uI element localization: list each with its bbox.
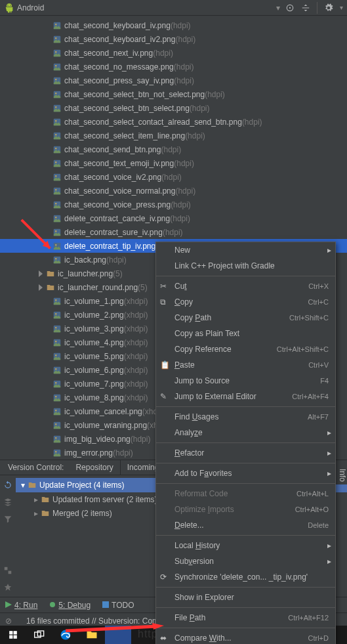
- file-suffix: (xhdpi): [124, 311, 148, 320]
- svg-point-63: [55, 451, 56, 452]
- menu-item[interactable]: ⧉CopyCtrl+C: [156, 294, 335, 310]
- file-name: ic_volume_6.png: [64, 366, 124, 375]
- file-suffix: (xhdpi): [124, 324, 148, 333]
- refresh-icon[interactable]: [3, 481, 12, 490]
- menu-item[interactable]: Show in Explorer: [156, 590, 335, 605]
- edge-button[interactable]: [52, 626, 79, 644]
- file-row[interactable]: chat_second_keyboard_iv2.png (hdpi): [0, 32, 347, 46]
- menu-shortcut: Ctrl+Alt+L: [296, 490, 329, 498]
- file-name: chat_second_keyboard_iv.png: [64, 21, 171, 30]
- collapse-icon[interactable]: [301, 3, 310, 12]
- menu-item[interactable]: New▸: [156, 242, 335, 258]
- svg-point-41: [55, 299, 56, 301]
- menu-item[interactable]: Add to Favorites▸: [156, 465, 335, 481]
- file-row[interactable]: chat_second_next_iv.png (hdpi): [0, 46, 347, 60]
- filter-icon[interactable]: [3, 515, 12, 524]
- file-row[interactable]: chat_second_keyboard_iv.png (hdpi): [0, 18, 347, 32]
- menu-item[interactable]: Copy PathCtrl+Shift+C: [156, 310, 335, 326]
- file-name: delete_contract_tip_iv.png: [64, 242, 155, 251]
- menu-shortcut: Ctrl+Alt+O: [295, 505, 329, 513]
- menu-item[interactable]: Subversion▸: [156, 553, 335, 569]
- menu-label: Copy as Plain Text: [174, 329, 329, 338]
- menu-label: Add to Favorites: [174, 469, 329, 478]
- file-name: ic_volume_1.png: [64, 297, 124, 306]
- menu-item[interactable]: Jump to SourceF4: [156, 373, 335, 389]
- file-row[interactable]: chat_second_voice_iv2.png (hdpi): [0, 170, 347, 184]
- app-button[interactable]: [105, 626, 131, 644]
- svg-point-55: [55, 396, 56, 397]
- file-name: chat_second_voice_normal.png: [64, 186, 175, 196]
- pin-icon[interactable]: [3, 583, 12, 592]
- file-row[interactable]: delete_contract_cancle_iv.png (hdpi): [0, 211, 347, 225]
- svg-point-0: [7, 5, 8, 5]
- svg-rect-69: [14, 631, 17, 634]
- menu-item[interactable]: Link C++ Project with Gradle: [156, 258, 335, 274]
- file-name: ic_launcher.png: [58, 269, 113, 278]
- run-tab[interactable]: 4: Run: [5, 601, 37, 610]
- svg-point-43: [55, 313, 56, 314]
- svg-point-57: [55, 410, 56, 411]
- file-suffix: (hdpi): [174, 62, 194, 72]
- menu-item[interactable]: ⬌Compare With...Ctrl+D: [156, 630, 335, 644]
- menu-label: Show in Explorer: [174, 593, 329, 602]
- file-row[interactable]: chat_second_text_emoji_iv.png (hdpi): [0, 156, 347, 170]
- file-name: ic_volume_2.png: [64, 311, 124, 320]
- menu-item[interactable]: ✂CutCtrl+X: [156, 278, 335, 294]
- menu-item[interactable]: ✎Jump to External EditorCtrl+Alt+F4: [156, 389, 335, 404]
- file-row[interactable]: chat_second_select_contact_alread_send_b…: [0, 115, 347, 129]
- menu-label: Cut: [174, 282, 308, 291]
- file-suffix: (hdpi): [175, 186, 195, 196]
- menu-item[interactable]: Copy as Plain Text: [156, 326, 335, 341]
- file-row[interactable]: chat_second_select_btn_not_select.png (h…: [0, 87, 347, 101]
- cut-icon: ✂: [160, 282, 169, 291]
- vc-tab-repository[interactable]: Repository: [69, 460, 120, 475]
- menu-item[interactable]: 📋PasteCtrl+V: [156, 357, 335, 373]
- menu-shortcut: Ctrl+V: [308, 361, 329, 369]
- menu-item[interactable]: Analyze▸: [156, 425, 335, 440]
- toolbar-title: Android: [17, 3, 276, 12]
- menu-item[interactable]: Copy ReferenceCtrl+Alt+Shift+C: [156, 341, 335, 357]
- taskview-button[interactable]: [26, 626, 52, 644]
- file-row[interactable]: chat_second_select_item_line.png (hdpi): [0, 129, 347, 142]
- file-name: delete_contract_cancle_iv.png: [64, 214, 170, 223]
- svg-point-5: [55, 24, 56, 25]
- file-suffix: (xhdpi): [124, 338, 148, 347]
- file-row[interactable]: chat_second_no_message.png (hdpi): [0, 60, 347, 74]
- target-icon[interactable]: [285, 3, 295, 12]
- menu-label: New: [174, 246, 329, 255]
- file-row[interactable]: chat_second_press_say_iv.png (hdpi): [0, 74, 347, 87]
- gear-icon[interactable]: [324, 3, 333, 12]
- expand-icon[interactable]: [3, 532, 12, 541]
- explorer-button[interactable]: [79, 626, 105, 644]
- dropdown-arrow-icon[interactable]: ▾: [276, 3, 280, 12]
- file-row[interactable]: chat_second_voice_press.png (hdpi): [0, 198, 347, 211]
- menu-item[interactable]: Local History▸: [156, 538, 335, 553]
- file-name: ic_volume_wraning.png: [64, 421, 147, 430]
- menu-item[interactable]: ⟳Synchronize 'delete_con... _tip_iv.png': [156, 569, 335, 585]
- menu-item[interactable]: Find UsagesAlt+F7: [156, 409, 335, 425]
- todo-tab[interactable]: TODO: [102, 601, 134, 610]
- file-suffix: (xhdpi): [124, 379, 148, 389]
- layers-icon[interactable]: [3, 498, 12, 507]
- svg-point-51: [55, 368, 56, 370]
- menu-item[interactable]: File PathCtrl+Alt+F12: [156, 610, 335, 626]
- info-side-tab[interactable]: Info: [335, 466, 347, 484]
- svg-rect-64: [5, 567, 8, 570]
- menu-item[interactable]: Delete...Delete: [156, 517, 335, 533]
- group-icon[interactable]: [3, 566, 12, 575]
- debug-tab[interactable]: 5: Debug: [49, 601, 91, 610]
- menu-label: Optimize Imports: [174, 505, 295, 514]
- start-button[interactable]: [0, 626, 26, 644]
- menu-item[interactable]: Refactor▸: [156, 445, 335, 461]
- svg-point-19: [55, 120, 56, 121]
- file-suffix: (hdpi): [185, 131, 205, 140]
- svg-point-25: [55, 161, 56, 163]
- file-row[interactable]: chat_second_send_btn.png (hdpi): [0, 142, 347, 156]
- collapse2-icon[interactable]: [3, 549, 12, 558]
- svg-point-39: [55, 258, 56, 259]
- file-row[interactable]: delete_contract_sure_iv.png (hdpi): [0, 225, 347, 239]
- file-row[interactable]: chat_second_select_btn_select.png (hdpi): [0, 101, 347, 115]
- file-suffix: (xhdpi): [124, 352, 148, 361]
- menu-label: Reformat Code: [174, 489, 296, 498]
- file-row[interactable]: chat_second_voice_normal.png (hdpi): [0, 184, 347, 198]
